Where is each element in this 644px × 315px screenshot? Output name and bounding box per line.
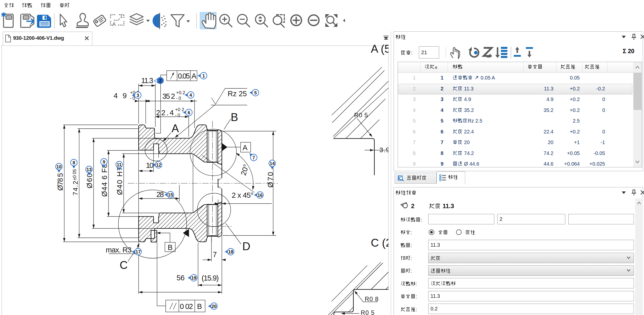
svg-text:Ø40 H7: Ø40 H7 [116, 167, 124, 195]
svg-text:2 x 45°: 2 x 45° [232, 191, 253, 199]
svg-text:Rz 25: Rz 25 [228, 90, 247, 98]
svg-text:1: 1 [202, 73, 205, 78]
svg-text:74.2: 74.2 [72, 181, 79, 195]
svg-text:10: 10 [146, 161, 154, 169]
svg-text:R0 5: R0 5 [354, 112, 368, 119]
svg-text:11: 11 [117, 162, 121, 167]
svg-text:4: 4 [189, 93, 192, 98]
svg-text:7: 7 [252, 155, 255, 160]
svg-text:-0: -0 [176, 96, 181, 101]
svg-text:A: A [243, 144, 248, 152]
svg-text:35 2: 35 2 [162, 92, 175, 100]
svg-text:12: 12 [156, 163, 161, 168]
svg-text:20: 20 [211, 304, 217, 309]
svg-text:11.3: 11.3 [141, 76, 153, 85]
svg-text:+0.2: +0.2 [176, 90, 185, 95]
svg-text:28: 28 [156, 190, 164, 199]
svg-text:15: 15 [168, 192, 173, 198]
svg-text:C: C [120, 259, 128, 271]
svg-text:5: 5 [254, 90, 257, 95]
svg-text:9: 9 [103, 160, 105, 165]
svg-text:±0 05: ±0 05 [72, 169, 77, 180]
svg-text:+0 2: +0 2 [175, 107, 184, 112]
svg-text:56: 56 [177, 274, 185, 282]
svg-text:(15.9): (15.9) [202, 274, 219, 282]
svg-text:2: 2 [159, 78, 162, 83]
svg-text:0.05: 0.05 [178, 72, 190, 80]
svg-text:A (5: A (5 [371, 43, 389, 55]
svg-text:max. R3: max. R3 [106, 246, 132, 254]
svg-text:Ø60: Ø60 [85, 173, 94, 188]
svg-text:14: 14 [270, 161, 275, 166]
svg-text:C (2: C (2 [371, 237, 389, 249]
svg-text:18: 18 [228, 249, 233, 254]
svg-text:Ø78 5: Ø78 5 [56, 173, 64, 191]
svg-text:20°: 20° [239, 163, 250, 176]
svg-text:0 02: 0 02 [180, 302, 193, 310]
svg-text:Ø44 6 F8: Ø44 6 F8 [100, 164, 109, 197]
svg-text:B: B [168, 243, 173, 251]
svg-text:-0: -0 [175, 113, 180, 118]
svg-text:10: 10 [56, 164, 61, 169]
svg-text:R0 8: R0 8 [365, 296, 378, 302]
svg-text:7: 7 [213, 250, 217, 259]
svg-text:4 9: 4 9 [114, 92, 127, 100]
svg-text:19: 19 [191, 275, 196, 281]
svg-text:Ø70: Ø70 [266, 172, 274, 188]
svg-text:6: 6 [188, 110, 190, 115]
svg-text:17: 17 [136, 249, 141, 254]
svg-text:B: B [197, 302, 202, 310]
svg-text:3: 3 [137, 93, 139, 98]
svg-text:R0 5: R0 5 [361, 309, 374, 315]
svg-text:16: 16 [257, 193, 263, 198]
svg-text:3.9: 3.9 [379, 146, 389, 154]
svg-text:8: 8 [73, 160, 75, 165]
svg-text:B: B [231, 111, 238, 123]
svg-text:D: D [242, 240, 250, 252]
svg-text:A: A [191, 72, 197, 80]
svg-text:13: 13 [87, 167, 92, 172]
svg-text:22.4: 22.4 [156, 109, 174, 117]
svg-text:A: A [171, 122, 179, 134]
